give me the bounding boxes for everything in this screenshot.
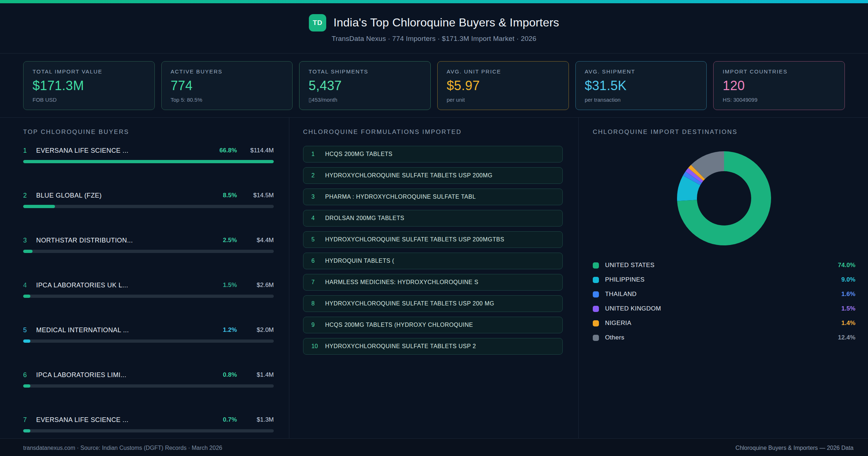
formulation-item[interactable]: 10 HYDROXYCHLOROQUINE SULFATE TABLETS US… — [303, 338, 563, 355]
formulation-name: HCQS 200MG TABLETS (HYDROXY CHLOROQUINE — [325, 322, 473, 328]
buyer-import-value: $2.6M — [242, 282, 274, 289]
app-logo: TD — [309, 14, 326, 31]
buyer-share-percent: 0.8% — [212, 371, 237, 379]
formulation-name: DROLSAN 200MG TABLETS — [325, 215, 404, 221]
buyer-list-item: 4 IPCA LABORATORIES UK L... 1.5% $2.6M — [23, 280, 274, 298]
formulation-item[interactable]: 2 HYDROXYCHLOROQUINE SULFATE TABLETS USP… — [303, 167, 563, 184]
legend-color-swatch — [593, 262, 599, 269]
buyer-name: EVERSANA LIFE SCIENCE ... — [36, 416, 212, 424]
formulation-name: HYDROXYCHLOROQUINE SULFATE TABLETS USP 2… — [325, 172, 493, 179]
buyer-import-value: $2.0M — [242, 326, 274, 334]
legend-row: NIGERIA 1.4% — [593, 316, 855, 330]
buyer-share-percent: 2.5% — [212, 237, 237, 244]
formulation-item[interactable]: 1 HCQS 200MG TABLETS — [303, 146, 563, 162]
buyer-list-item: 6 IPCA LABORATORIES LIMI... 0.8% $1.4M — [23, 370, 274, 388]
buyer-share-percent: 0.7% — [212, 416, 237, 423]
legend-row: THAILAND 1.6% — [593, 287, 855, 301]
legend-country-label: UNITED STATES — [605, 262, 655, 269]
formulation-item[interactable]: 4 DROLSAN 200MG TABLETS — [303, 210, 563, 227]
buyer-rank: 4 — [23, 282, 36, 289]
formulations-heading: CHLOROQUINE FORMULATIONS IMPORTED — [303, 128, 563, 136]
kpi-value: 774 — [171, 78, 284, 93]
formulation-rank: 2 — [311, 172, 325, 179]
buyer-name: MEDICAL INTERNATIONAL ... — [36, 326, 212, 334]
kpi-value: $31.5K — [585, 78, 698, 93]
legend-row: UNITED STATES 74.0% — [593, 258, 855, 273]
footer: transdatanexus.com · Source: Indian Cust… — [0, 438, 868, 456]
formulation-name: HYDROQUIN TABLETS ( — [325, 258, 394, 264]
kpi-card: ACTIVE BUYERS 774 Top 5: 80.5% — [161, 61, 293, 110]
buyer-row: 6 IPCA LABORATORIES LIMI... 0.8% $1.4M — [23, 370, 274, 380]
buyer-share-bar-track — [23, 250, 274, 253]
buyer-share-bar-fill — [23, 160, 274, 163]
legend-color-swatch — [593, 306, 599, 312]
page-title: India's Top Chloroquine Buyers & Importe… — [333, 16, 559, 29]
buyer-share-percent: 1.5% — [212, 282, 237, 289]
formulation-item[interactable]: 8 HYDROXYCHLOROQUINE SULFATE TABLETS USP… — [303, 295, 563, 312]
legend-percent-value: 74.0% — [838, 262, 855, 269]
buyer-name: IPCA LABORATORIES LIMI... — [36, 371, 212, 379]
kpi-subtext: per unit — [447, 97, 559, 103]
formulation-item[interactable]: 3 PHARMA : HYDROXYCHLOROQUINE SULFATE TA… — [303, 189, 563, 205]
page-subtitle: TransData Nexus · 774 Importers · $171.3… — [332, 35, 536, 43]
kpi-subtext: ▯453/month — [309, 97, 421, 103]
buyer-import-value: $1.3M — [242, 416, 274, 423]
legend-color-swatch — [593, 335, 599, 341]
buyers-panel: TOP CHLOROQUINE BUYERS 1 EVERSANA LIFE S… — [0, 118, 289, 438]
buyer-share-bar-track — [23, 429, 274, 432]
buyer-share-bar-track — [23, 295, 274, 298]
buyer-name: NORTHSTAR DISTRIBUTION... — [36, 237, 212, 244]
footer-source-text: transdatanexus.com · Source: Indian Cust… — [23, 445, 222, 451]
buyer-import-value: $114.4M — [242, 147, 274, 154]
buyer-name: BLUE GLOBAL (FZE) — [36, 192, 212, 199]
formulation-item[interactable]: 7 HARMLESS MEDICINES: HYDROXYCHLOROQUINE… — [303, 274, 563, 291]
formulation-item[interactable]: 9 HCQS 200MG TABLETS (HYDROXY CHLOROQUIN… — [303, 317, 563, 333]
legend-percent-value: 9.0% — [841, 276, 855, 283]
formulation-item[interactable]: 5 HYDROXYCHLOROQUINE SULFATE TABLETS USP… — [303, 231, 563, 248]
kpi-label: TOTAL IMPORT VALUE — [33, 68, 145, 75]
legend-percent-value: 1.5% — [841, 305, 855, 312]
buyer-share-bar-track — [23, 205, 274, 208]
formulation-item[interactable]: 6 HYDROQUIN TABLETS ( — [303, 253, 563, 269]
buyer-list-item: 5 MEDICAL INTERNATIONAL ... 1.2% $2.0M — [23, 325, 274, 343]
buyer-rank: 6 — [23, 371, 36, 379]
kpi-card: IMPORT COUNTRIES 120 HS: 30049099 — [713, 61, 845, 110]
buyer-rank: 2 — [23, 192, 36, 199]
buyer-row: 4 IPCA LABORATORIES UK L... 1.5% $2.6M — [23, 280, 274, 290]
legend-color-swatch — [593, 320, 599, 326]
legend-color-swatch — [593, 291, 599, 297]
kpi-label: AVG. UNIT PRICE — [447, 68, 559, 75]
formulation-name: HARMLESS MEDICINES: HYDROXYCHLOROQUINE S — [325, 279, 478, 286]
kpi-subtext: per transaction — [585, 97, 698, 103]
buyer-list-item: 2 BLUE GLOBAL (FZE) 8.5% $14.5M — [23, 191, 274, 208]
buyer-rank: 5 — [23, 326, 36, 334]
kpi-card: AVG. UNIT PRICE $5.97 per unit — [437, 61, 569, 110]
formulation-name: HCQS 200MG TABLETS — [325, 151, 392, 157]
kpi-value: 5,437 — [309, 78, 421, 93]
kpi-label: TOTAL SHIPMENTS — [309, 68, 421, 75]
kpi-card: TOTAL SHIPMENTS 5,437 ▯453/month — [299, 61, 431, 110]
buyers-heading: TOP CHLOROQUINE BUYERS — [23, 128, 274, 136]
kpi-row: TOTAL IMPORT VALUE $171.3M FOB USD ACTIV… — [0, 54, 868, 118]
kpi-value: $5.97 — [447, 78, 559, 93]
legend-country-label: Others — [605, 334, 624, 341]
formulation-rank: 7 — [311, 279, 325, 286]
buyer-name: EVERSANA LIFE SCIENCE ... — [36, 147, 212, 155]
buyer-rank: 3 — [23, 237, 36, 244]
kpi-card: AVG. SHIPMENT $31.5K per transaction — [575, 61, 707, 110]
formulation-name: HYDROXYCHLOROQUINE SULFATE TABLETS USP 2 — [325, 343, 476, 350]
buyer-share-percent: 8.5% — [212, 192, 237, 199]
buyer-list-item: 1 EVERSANA LIFE SCIENCE ... 66.8% $114.4… — [23, 146, 274, 163]
kpi-subtext: FOB USD — [33, 97, 145, 103]
buyers-list: 1 EVERSANA LIFE SCIENCE ... 66.8% $114.4… — [23, 146, 274, 432]
legend-color-swatch — [593, 277, 599, 283]
buyer-share-bar-fill — [23, 339, 30, 343]
buyer-share-bar-fill — [23, 295, 30, 298]
buyer-import-value: $4.4M — [242, 237, 274, 244]
buyer-share-bar-track — [23, 160, 274, 163]
kpi-label: ACTIVE BUYERS — [171, 68, 284, 75]
formulations-list: 1 HCQS 200MG TABLETS 2 HYDROXYCHLOROQUIN… — [303, 146, 563, 355]
buyer-share-percent: 1.2% — [212, 326, 237, 334]
kpi-value: 120 — [723, 78, 835, 93]
buyer-share-bar-track — [23, 339, 274, 343]
